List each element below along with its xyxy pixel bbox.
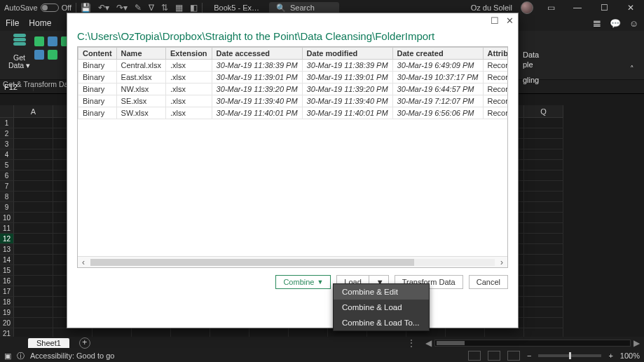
table-row[interactable]: BinaryNW.xlsx.xlsx30-Mar-19 11:39:20 PM3… — [78, 83, 509, 95]
cell[interactable] — [14, 297, 53, 307]
row-header[interactable]: 17 — [0, 286, 14, 297]
combine-load-to-item[interactable]: Combine & Load To... — [334, 315, 429, 330]
cell[interactable] — [524, 149, 563, 160]
cancel-button[interactable]: Cancel — [469, 275, 508, 289]
table-row[interactable]: BinarySE.xlsx.xlsx30-Mar-19 11:39:40 PM3… — [78, 95, 509, 107]
table-column-header[interactable]: Attributes — [483, 48, 508, 60]
dialog-close-icon[interactable]: ✕ — [506, 15, 514, 26]
cell[interactable] — [14, 286, 53, 297]
combine-button[interactable]: Combine ▼ — [275, 275, 331, 289]
recent-icon[interactable] — [34, 50, 44, 60]
row-header[interactable]: 20 — [0, 318, 14, 328]
cell[interactable] — [524, 234, 563, 244]
normal-view-icon[interactable] — [468, 351, 481, 361]
from-web-icon[interactable] — [48, 36, 57, 46]
cell[interactable] — [14, 149, 53, 160]
cell[interactable] — [524, 286, 563, 297]
tab-file[interactable]: File — [6, 18, 19, 28]
cell[interactable] — [524, 192, 563, 202]
zoom-slider[interactable] — [538, 354, 601, 357]
share-icon[interactable]: 𝌆 — [593, 18, 601, 29]
comments-icon[interactable]: 💬 — [610, 18, 621, 29]
new-sheet-button[interactable]: + — [79, 337, 90, 349]
cell[interactable] — [524, 276, 563, 286]
cell[interactable] — [524, 202, 563, 213]
row-header[interactable]: 4 — [0, 149, 14, 160]
row-header[interactable]: 8 — [0, 192, 14, 202]
camera-icon[interactable]: ◧ — [190, 3, 198, 13]
close-icon[interactable]: ✕ — [622, 3, 640, 13]
row-header[interactable]: 16 — [0, 276, 14, 286]
cell[interactable] — [14, 192, 53, 202]
cell[interactable] — [14, 223, 53, 234]
ribbon-display-icon[interactable]: ▭ — [542, 3, 560, 13]
cell[interactable] — [524, 307, 563, 318]
hscroll-left-icon[interactable]: ◀ — [425, 338, 432, 348]
autosave-toggle[interactable]: AutoSave Off — [4, 4, 71, 12]
row-header[interactable]: 19 — [0, 307, 14, 318]
table-column-header[interactable]: Date modified — [302, 48, 392, 60]
page-layout-view-icon[interactable] — [488, 351, 500, 361]
maximize-icon[interactable]: ☐ — [595, 3, 613, 13]
redo-icon[interactable]: ↷▾ — [116, 3, 128, 13]
row-header[interactable]: 11 — [0, 223, 14, 234]
tab-options-icon[interactable]: ⋮ — [406, 337, 417, 349]
row-header[interactable]: 6 — [0, 170, 14, 181]
combine-load-item[interactable]: Combine & Load — [334, 300, 429, 315]
row-header[interactable]: 9 — [0, 202, 14, 213]
row-header[interactable]: 2 — [0, 128, 14, 139]
cell[interactable] — [14, 318, 53, 328]
undo-icon[interactable]: ↶▾ — [98, 3, 109, 13]
minimize-icon[interactable]: — — [568, 3, 587, 13]
row-header[interactable]: 14 — [0, 255, 14, 265]
select-all-corner[interactable] — [0, 105, 14, 118]
sort-icon[interactable]: ⇅ — [161, 3, 168, 13]
accessibility-icon[interactable]: ⓘ — [17, 351, 25, 361]
user-name[interactable]: Oz du Soleil — [471, 4, 512, 12]
cell[interactable] — [14, 255, 53, 265]
zoom-in-icon[interactable]: + — [608, 351, 612, 360]
cell[interactable] — [14, 234, 53, 244]
dialog-maximize-icon[interactable]: ☐ — [491, 15, 499, 26]
table-column-header[interactable]: Content — [78, 48, 117, 60]
cell[interactable] — [14, 244, 53, 255]
cell[interactable] — [14, 181, 53, 192]
row-header[interactable]: 1 — [0, 118, 14, 128]
cell[interactable] — [524, 318, 563, 328]
row-header[interactable]: 10 — [0, 213, 14, 223]
cell[interactable] — [524, 128, 563, 139]
cell[interactable] — [524, 181, 563, 192]
row-header[interactable]: 3 — [0, 139, 14, 149]
cell[interactable] — [524, 265, 563, 276]
row-header[interactable]: 18 — [0, 297, 14, 307]
zoom-out-icon[interactable]: − — [527, 351, 531, 360]
filter-icon[interactable]: ∇ — [149, 3, 154, 13]
cell[interactable] — [14, 128, 53, 139]
row-header[interactable]: 15 — [0, 265, 14, 276]
cell[interactable] — [524, 118, 563, 128]
avatar[interactable] — [521, 1, 533, 14]
table-column-header[interactable]: Date accessed — [212, 48, 302, 60]
column-header[interactable]: Q — [524, 105, 563, 118]
search-box[interactable]: 🔍 Search — [269, 2, 339, 14]
table-column-header[interactable]: Name — [116, 48, 165, 60]
row-header[interactable]: 13 — [0, 244, 14, 255]
cell[interactable] — [14, 265, 53, 276]
cell[interactable] — [524, 160, 563, 170]
autosave-switch[interactable] — [41, 4, 59, 12]
ribbon-collapse-icon[interactable]: ˄ — [624, 62, 640, 76]
row-header[interactable]: 7 — [0, 181, 14, 192]
cell[interactable] — [14, 139, 53, 149]
cell[interactable] — [524, 297, 563, 307]
row-header[interactable]: 12 — [0, 234, 14, 244]
smiley-icon[interactable]: ☺ — [629, 18, 638, 29]
table-row[interactable]: BinarySW.xlsx.xlsx30-Mar-19 11:40:01 PM3… — [78, 107, 509, 119]
cell[interactable] — [14, 202, 53, 213]
cell[interactable] — [14, 213, 53, 223]
hscroll-right-icon[interactable]: ▶ — [633, 338, 640, 348]
table-row[interactable]: BinaryCentral.xlsx.xlsx30-Mar-19 11:38:3… — [78, 60, 509, 72]
save-icon[interactable]: 💾 — [81, 3, 91, 13]
record-macro-icon[interactable]: ▣ — [4, 351, 11, 361]
cell[interactable] — [14, 307, 53, 318]
horizontal-scrollbar[interactable] — [434, 340, 631, 347]
